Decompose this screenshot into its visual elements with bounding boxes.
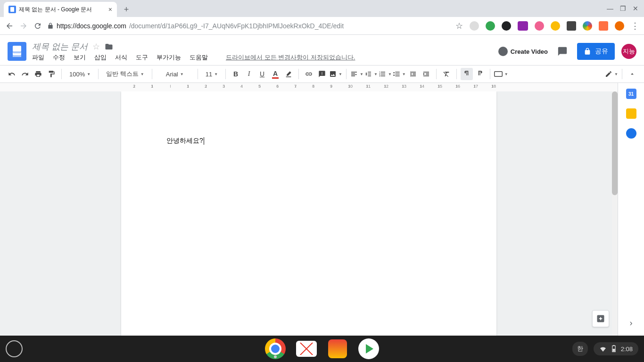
clear-format-button[interactable]	[440, 68, 453, 80]
wifi-icon	[599, 346, 607, 352]
menu-help[interactable]: 도움말	[190, 53, 208, 62]
back-button[interactable]	[5, 21, 14, 31]
side-panel: 31 ›	[618, 83, 644, 336]
webstore-app-icon[interactable]	[327, 338, 348, 359]
body-text: 안녕하세요?	[166, 137, 203, 144]
editing-mode-button[interactable]: ▼	[605, 68, 618, 80]
extension-icon[interactable]	[567, 21, 576, 31]
battery-icon	[611, 345, 616, 353]
account-avatar[interactable]: 지능	[621, 44, 636, 59]
menu-addons[interactable]: 부가기능	[157, 53, 181, 62]
extension-icon[interactable]	[551, 21, 560, 31]
browser-tab[interactable]: 제목 없는 문서 - Google 문서 ×	[4, 2, 117, 17]
bold-button[interactable]: B	[230, 68, 242, 80]
document-body[interactable]: 안녕하세요?	[166, 137, 451, 145]
scrollbar-thumb[interactable]	[612, 91, 618, 195]
browser-toolbar: https://docs.google.com/document/d/1aP66…	[0, 17, 644, 35]
explore-button[interactable]	[592, 310, 609, 327]
menu-format[interactable]: 서식	[115, 53, 127, 62]
forward-button[interactable]	[19, 21, 28, 31]
increase-indent-button[interactable]	[420, 68, 432, 80]
tasks-icon[interactable]	[626, 128, 636, 139]
document-page[interactable]: 안녕하세요?	[121, 91, 496, 336]
launcher-button[interactable]	[6, 340, 23, 357]
extension-icon[interactable]	[583, 21, 592, 31]
print-button[interactable]	[32, 68, 44, 80]
svg-rect-2	[613, 345, 614, 346]
calendar-icon[interactable]: 31	[626, 89, 636, 99]
menu-bar: 파일 수정 보기 삽입 서식 도구 부가기능 도움말 드라이브에서 모든 변경사…	[32, 53, 355, 62]
italic-button[interactable]: I	[243, 68, 255, 80]
bulleted-list-button[interactable]: ▼	[393, 68, 406, 80]
extension-icon[interactable]	[470, 21, 479, 31]
menu-insert[interactable]: 삽입	[94, 53, 107, 62]
text-color-button[interactable]: A	[269, 68, 281, 80]
extension-icon[interactable]	[535, 21, 544, 31]
menu-tools[interactable]: 도구	[136, 53, 148, 62]
ime-indicator[interactable]: 한	[572, 342, 588, 356]
extension-icon[interactable]	[615, 21, 624, 31]
scrollbar-track[interactable]	[612, 91, 618, 336]
style-select[interactable]: 일반 텍스트▼	[102, 68, 148, 80]
extension-icon[interactable]	[599, 21, 608, 31]
close-tab-icon[interactable]: ×	[108, 6, 112, 13]
maximize-icon[interactable]: ❐	[620, 5, 626, 12]
lock-icon	[47, 23, 54, 29]
insert-image-button[interactable]: ▼	[329, 68, 342, 80]
line-spacing-button[interactable]: ▼	[364, 68, 378, 80]
formatting-toolbar: 100%▼ 일반 텍스트▼ Arial▼ 11▼ B I U A ▼ ▼ ▼ ▼…	[0, 65, 644, 83]
browser-menu-icon[interactable]: ⋮	[631, 21, 639, 31]
svg-rect-3	[612, 349, 615, 352]
redo-button[interactable]	[19, 68, 31, 80]
browser-tab-strip: 제목 없는 문서 - Google 문서 × + — ❐ ✕	[0, 0, 644, 17]
highlight-button[interactable]	[282, 68, 295, 80]
keep-icon[interactable]	[626, 108, 636, 119]
font-select[interactable]: Arial▼	[156, 68, 194, 80]
menu-edit[interactable]: 수정	[53, 53, 65, 62]
document-area: 안녕하세요?	[0, 91, 618, 336]
clock: 2:08	[621, 346, 633, 353]
rtl-button[interactable]	[474, 68, 486, 80]
insert-comment-button[interactable]	[316, 68, 328, 80]
minimize-icon[interactable]: —	[607, 5, 613, 12]
save-status[interactable]: 드라이브에서 모든 변경사항이 저장되었습니다.	[226, 53, 355, 62]
browser-actions: ☆ ⋮	[455, 21, 639, 31]
reload-button[interactable]	[33, 21, 42, 31]
paint-format-button[interactable]	[45, 68, 58, 80]
undo-button[interactable]	[6, 68, 18, 80]
side-panel-toggle[interactable]: ›	[630, 318, 633, 328]
star-icon[interactable]: ☆	[92, 41, 100, 52]
play-store-icon[interactable]	[358, 338, 379, 359]
ruler[interactable]: 21123456789101112131415161718	[0, 83, 644, 91]
insert-link-button[interactable]	[303, 68, 315, 80]
extension-icon[interactable]	[518, 21, 528, 31]
status-tray[interactable]: 2:08	[594, 342, 638, 355]
gmail-app-icon[interactable]	[296, 341, 317, 357]
docs-header: 제목 없는 문서 ☆ 파일 수정 보기 삽입 서식 도구 부가기능 도움말 드라…	[0, 35, 644, 65]
numbered-list-button[interactable]: ▼	[379, 68, 392, 80]
decrease-indent-button[interactable]	[407, 68, 419, 80]
font-size-select[interactable]: 11▼	[202, 68, 222, 80]
share-button[interactable]: 공유	[577, 43, 615, 60]
move-folder-icon[interactable]	[105, 42, 113, 51]
ltr-button[interactable]	[461, 68, 473, 80]
close-window-icon[interactable]: ✕	[633, 5, 638, 12]
extension-icon[interactable]	[502, 21, 511, 31]
input-tools-button[interactable]: ▼	[494, 68, 508, 80]
new-tab-button[interactable]: +	[120, 3, 133, 16]
zoom-select[interactable]: 100%▼	[66, 68, 94, 80]
menu-file[interactable]: 파일	[32, 53, 44, 62]
underline-button[interactable]: U	[256, 68, 268, 80]
doc-title[interactable]: 제목 없는 문서	[32, 41, 88, 52]
extension-icon[interactable]	[486, 21, 495, 31]
create-video-button[interactable]: Create Video	[498, 47, 548, 56]
bookmark-star-icon[interactable]: ☆	[455, 21, 463, 31]
menu-view[interactable]: 보기	[74, 53, 86, 62]
window-controls: — ❐ ✕	[607, 0, 644, 17]
address-bar[interactable]: https://docs.google.com/document/d/1aP66…	[47, 22, 344, 30]
collapse-toolbar-button[interactable]	[626, 68, 638, 80]
docs-logo-icon[interactable]	[8, 42, 26, 61]
align-button[interactable]: ▼	[350, 68, 363, 80]
chromeos-shelf: 한 2:08	[0, 336, 644, 362]
comments-button[interactable]	[554, 43, 570, 59]
